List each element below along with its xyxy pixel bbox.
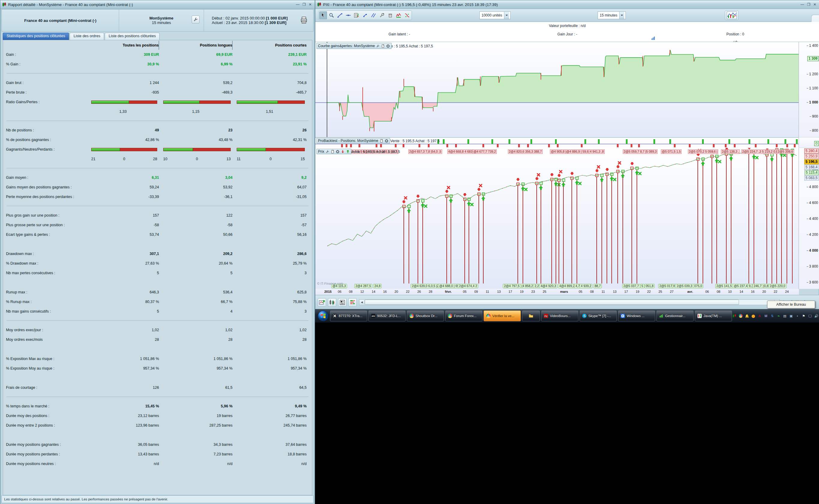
row-value: 56,16 (233, 230, 307, 239)
table-row: Nb de positions :492326 (6, 125, 309, 135)
parallel-lines-tool-button[interactable] (370, 11, 377, 19)
zoom-tool-button[interactable] (328, 11, 335, 19)
chart-titlebar[interactable]: PXI - France 40 au comptant (Mini-contra… (315, 0, 819, 9)
column-header-short[interactable]: Positions courtes (233, 41, 307, 50)
date-tick: 13 (497, 290, 501, 293)
cursor-tool-button[interactable] (319, 11, 327, 19)
taskbar-button-chrome[interactable]: Vérifier la ve... (484, 311, 521, 321)
taskbar-button-chrome[interactable]: Shoutbox Dr... (407, 311, 444, 321)
row-label: Durée moy positions neutres : (6, 459, 87, 469)
taskbar-button-prt[interactable]: Java(TM) ... (695, 311, 732, 321)
tab-orders-list[interactable]: Liste des ordres (70, 33, 104, 40)
chrome-tray-icon[interactable] (738, 313, 743, 318)
candle-list-icon[interactable] (328, 298, 336, 307)
horizontal-scrollbar[interactable]: ◀ ▶ (359, 299, 780, 305)
restore-icon[interactable]: ❐ (302, 2, 306, 7)
close-icon[interactable]: ✕ (309, 2, 312, 7)
row-label: Durée moy des positions : (6, 411, 87, 421)
copy-page-icon[interactable] (379, 139, 383, 143)
positions-panel-title: ProBacktest - Positions: MonSystème (318, 139, 378, 143)
flag-error-tray-icon[interactable]: ⚑ (801, 313, 806, 318)
sync-tray-icon[interactable]: ⇅ (770, 313, 775, 318)
positions-chart-icon[interactable] (651, 36, 819, 40)
table-row: % Runup max :80,37 %66,7 %75,88 % (6, 297, 309, 307)
lan-tray-icon[interactable]: 🖵 (808, 313, 812, 318)
column-header-long[interactable]: Positions longues (159, 41, 233, 50)
update-tray-icon[interactable]: ⬤ (751, 313, 756, 318)
order-buy-label: 2@5 039,3 (676, 284, 694, 288)
table-row: Runup max :646,3536,4625,8 (6, 287, 309, 297)
tools-tool-button[interactable] (378, 11, 386, 19)
price-panel-header[interactable]: Prix (317, 149, 351, 154)
close-icon[interactable]: ✕ (813, 2, 816, 7)
close-icon[interactable] (336, 150, 340, 154)
candle-tray-icon[interactable] (732, 313, 737, 318)
timeframe-dropdown[interactable]: 15 minutes (598, 11, 626, 19)
minimize-icon[interactable]: — (296, 2, 299, 7)
taskbar-button-taskmgr[interactable]: Gestionnair... (656, 311, 694, 321)
close-icon[interactable] (386, 44, 390, 48)
leaf-tray-icon[interactable]: ❧ (776, 313, 781, 318)
scrollbar-thumb[interactable] (365, 300, 739, 305)
tab-closed-positions[interactable]: Liste des positions clôturées (105, 33, 160, 40)
taskbar-button-xtrade[interactable]: 877270: XTra... (330, 311, 367, 321)
price-axis: 5 0004 8004 6004 4004 2004 0003 8003 600… (799, 148, 819, 289)
volume-tray-icon[interactable]: 🔊 (814, 313, 819, 318)
system-settings-wrench-icon[interactable] (192, 16, 199, 24)
svg-text:Fz: Fz (545, 315, 547, 318)
print-icon[interactable] (300, 16, 308, 24)
positions-panel-header[interactable]: ProBacktest - Positions: MonSystème (317, 138, 390, 143)
taskbar-button-jfd[interactable]: JFD90532: JFD-L... (368, 311, 406, 321)
export-chart-icon[interactable] (318, 298, 326, 307)
close-icon[interactable] (385, 139, 389, 143)
taskbar-button-folder[interactable] (522, 311, 540, 321)
date-tick: 22 (647, 290, 651, 293)
row-value: 704,8 (233, 78, 307, 88)
market-depth-icon[interactable] (348, 298, 357, 307)
copy-page-icon[interactable] (381, 44, 385, 48)
ratio-value: 1,51 (233, 107, 307, 116)
taskbar-button-skype[interactable]: SSkype™ [7] -... (580, 311, 617, 321)
pattern-tool-button[interactable] (403, 11, 411, 19)
mail-tray-icon[interactable]: M (763, 313, 768, 318)
price-chart-plot[interactable]: 09@4 098,3 ,5 8,54@4 253,9 1 368,3 |48,3… (315, 148, 799, 289)
equity-curve-plot[interactable] (315, 42, 799, 137)
bell-tray-icon[interactable]: 🔔 (745, 313, 749, 318)
table-row: Plus gros gain sur une position :1571221… (6, 211, 309, 220)
equity-panel-header[interactable]: Courbe gains&pertes: MonSystème (317, 43, 391, 49)
sell-arrow-icon[interactable] (341, 150, 345, 154)
taskbar-button-wmp[interactable]: Windows ... (618, 311, 655, 321)
wrench-icon[interactable] (376, 44, 380, 48)
date-tick: 25 (543, 290, 546, 293)
scroll-left-icon[interactable]: ◀ (359, 300, 365, 305)
tab-statistics[interactable]: Statistiques des positions clôturées (3, 33, 69, 40)
horizontal-line-tool-button[interactable] (344, 11, 352, 19)
net-tray-icon[interactable]: • (795, 313, 800, 318)
statistics-table: Toutes les positions Positions longues P… (3, 40, 312, 495)
taskbar-button-chrome[interactable]: Forum Forex... (445, 311, 482, 321)
trash-tool-button[interactable] (386, 11, 394, 19)
chart-title: PXI - France 40 au comptant (Mini-contra… (323, 2, 800, 7)
trendline-tool-button[interactable] (336, 11, 344, 19)
minimize-icon[interactable]: — (800, 2, 804, 7)
pdf-tray-icon[interactable]: A (757, 313, 762, 318)
wrench-icon[interactable] (325, 150, 329, 154)
column-header-all[interactable]: Toutes les positions (87, 41, 159, 50)
buy-arrow-icon[interactable] (346, 150, 350, 154)
row-label: Plus grosse perte sur une position : (6, 220, 87, 230)
date-tick: 14 (372, 290, 375, 293)
screen-tray-icon[interactable]: ▣ (789, 313, 793, 318)
segment-tool-button[interactable] (361, 11, 369, 19)
order-sell-label: 2@4 820,6 356,3 388,7 (508, 149, 543, 154)
printer-tray-icon[interactable]: ▤ (782, 313, 787, 318)
zigzag-tool-button[interactable] (395, 11, 403, 19)
taskbar-button-fz[interactable]: FzVideoBours... (541, 311, 578, 321)
copy-page-icon[interactable] (331, 150, 335, 154)
report-titlebar[interactable]: Rapport détaillé - MonSystème - France 4… (0, 0, 315, 9)
chart-mode-button[interactable] (726, 11, 738, 19)
start-button[interactable] (317, 310, 329, 322)
orders-tool-button[interactable] (353, 11, 361, 19)
news-icon[interactable] (338, 298, 347, 307)
units-dropdown[interactable]: 10000 unités (479, 11, 511, 19)
restore-icon[interactable]: ❐ (807, 2, 810, 7)
